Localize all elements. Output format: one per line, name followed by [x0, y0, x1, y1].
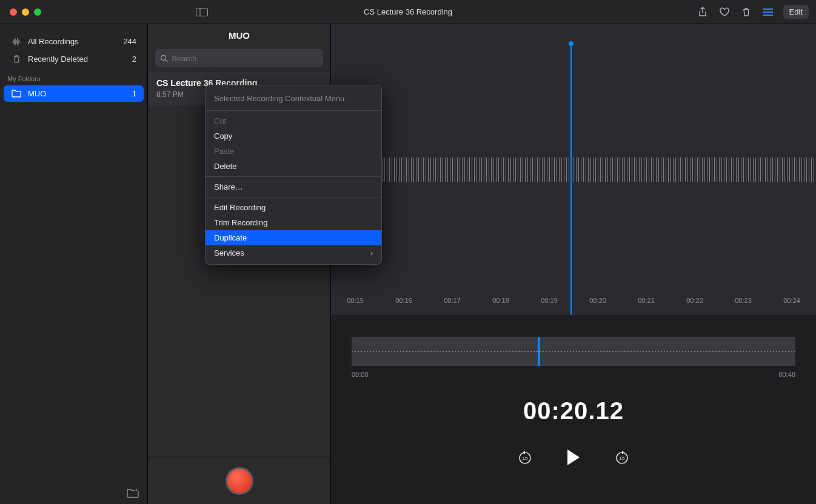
sidebar-section-header: My Folders	[0, 68, 147, 85]
detail-pane: 00:1500:1600:1700:1800:1900:2000:2100:22…	[331, 24, 816, 504]
sidebar-item-recently-deleted[interactable]: Recently Deleted 2	[4, 51, 144, 67]
waveform-icon	[11, 38, 22, 46]
new-folder-button[interactable]	[0, 482, 147, 504]
titlebar: CS Lecture 36 Recording Edit	[0, 0, 816, 24]
list-title: MUO	[148, 24, 330, 49]
transport-controls: 15 15	[331, 448, 816, 467]
favorite-icon[interactable]	[718, 5, 731, 19]
svg-point-6	[161, 55, 166, 60]
rewind-15-button[interactable]: 15	[515, 448, 535, 467]
time-tick: 00:15	[331, 297, 380, 310]
sidebar-item-label: All Recordings	[28, 37, 79, 46]
time-ruler: 00:1500:1600:1700:1800:1900:2000:2100:22…	[331, 297, 816, 310]
chevron-right-icon: ›	[370, 249, 373, 257]
record-button[interactable]	[226, 467, 253, 495]
close-window-button[interactable]	[10, 8, 17, 16]
context-menu-item[interactable]: Edit Recording	[206, 200, 381, 215]
overview-playhead[interactable]	[538, 337, 540, 366]
svg-line-7	[166, 60, 167, 62]
forward-15-button[interactable]: 15	[612, 448, 632, 467]
sidebar: All Recordings 244 Recently Deleted 2 My…	[0, 24, 148, 504]
sidebar-item-count: 1	[132, 89, 136, 98]
sidebar-toggle-button[interactable]	[193, 6, 211, 18]
time-tick: 00:18	[477, 297, 525, 310]
overview-start-label: 00:00	[352, 371, 369, 378]
context-menu-item[interactable]: Share…	[206, 179, 381, 194]
context-menu-item[interactable]: Trim Recording	[206, 215, 381, 230]
time-tick: 00:24	[768, 297, 816, 310]
window-title: CS Lecture 36 Recording	[364, 7, 452, 16]
overview-waveform	[352, 351, 795, 352]
play-button[interactable]	[564, 448, 583, 467]
overview-track[interactable]	[352, 337, 795, 366]
context-menu-item[interactable]: Duplicate	[206, 230, 381, 245]
svg-text:15: 15	[523, 456, 528, 461]
sidebar-item-count: 2	[132, 55, 136, 64]
search-field[interactable]	[155, 49, 323, 67]
sidebar-item-all-recordings[interactable]: All Recordings 244	[4, 33, 144, 50]
context-menu-item[interactable]: Delete	[206, 159, 381, 174]
time-tick: 00:19	[525, 297, 574, 310]
sidebar-item-label: MUO	[28, 89, 46, 98]
time-tick: 00:20	[574, 297, 622, 310]
context-menu-item[interactable]: Services›	[206, 245, 381, 260]
time-tick: 00:16	[380, 297, 428, 310]
svg-rect-0	[196, 8, 208, 16]
time-tick: 00:22	[671, 297, 719, 310]
current-time-display: 00:20.12	[331, 397, 816, 425]
context-menu-item: Paste	[206, 144, 381, 159]
svg-text:15: 15	[620, 456, 625, 461]
window-controls	[10, 8, 41, 16]
overview-end-label: 00:48	[778, 371, 795, 378]
search-input[interactable]	[172, 54, 318, 63]
trash-icon[interactable]	[740, 5, 753, 19]
zoom-window-button[interactable]	[34, 8, 41, 16]
waveform	[331, 158, 816, 182]
overview-area: 00:00 00:48	[352, 337, 795, 378]
context-menu-title: Selected Recording Contextual Menu	[206, 89, 381, 108]
time-tick: 00:21	[622, 297, 671, 310]
waveform-area[interactable]: 00:1500:1600:1700:1800:1900:2000:2100:22…	[331, 24, 816, 315]
settings-lines-icon[interactable]	[761, 5, 775, 19]
minimize-window-button[interactable]	[22, 8, 29, 16]
context-menu: Selected Recording Contextual Menu CutCo…	[205, 85, 382, 265]
time-tick: 00:17	[428, 297, 477, 310]
sidebar-item-count: 244	[123, 37, 136, 46]
search-icon	[160, 55, 168, 62]
edit-button[interactable]: Edit	[783, 5, 809, 19]
sidebar-folder-muo[interactable]: MUO 1	[4, 85, 144, 102]
time-tick: 00:23	[719, 297, 768, 310]
context-menu-item[interactable]: Copy	[206, 128, 381, 144]
playhead[interactable]	[570, 44, 572, 315]
record-row	[148, 457, 330, 504]
folder-icon	[11, 90, 22, 98]
share-icon[interactable]	[696, 5, 709, 19]
context-menu-item: Cut	[206, 113, 381, 128]
sidebar-item-label: Recently Deleted	[28, 55, 88, 64]
trash-icon	[11, 55, 22, 64]
